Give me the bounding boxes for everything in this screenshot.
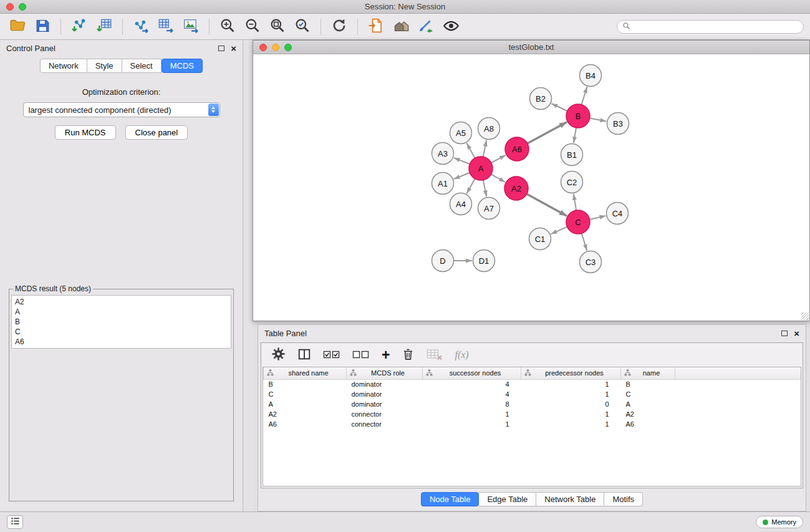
mcds-result-item-c[interactable]: C <box>15 327 228 337</box>
zoom-out-button[interactable] <box>241 16 264 37</box>
graph-edge-A-A5[interactable] <box>466 143 475 158</box>
mcds-result-item-b[interactable]: B <box>15 317 228 327</box>
graph-node-B3[interactable]: B3 <box>607 113 629 135</box>
select-all-rows-button[interactable] <box>323 346 340 364</box>
show-graphics-details-button[interactable] <box>440 16 462 37</box>
close-panel-button[interactable]: Close panel <box>125 125 188 140</box>
deselect-all-rows-button[interactable] <box>352 346 370 364</box>
close-panel-icon[interactable]: × <box>231 44 236 53</box>
graph-edge-C-C4[interactable] <box>590 216 606 220</box>
open-document-button[interactable] <box>365 16 387 37</box>
function-builder-button[interactable]: f(x) <box>455 346 468 364</box>
zoom-fit-button[interactable] <box>266 16 289 37</box>
graph-node-C3[interactable]: C3 <box>580 251 602 273</box>
graph-node-A4[interactable]: A4 <box>450 193 472 215</box>
graph-node-D[interactable]: D <box>432 250 454 272</box>
open-session-button[interactable] <box>6 16 29 37</box>
graph-node-A3[interactable]: A3 <box>432 143 454 165</box>
graph-edge-A-A8[interactable] <box>483 140 486 157</box>
control-tab-mcds[interactable]: MCDS <box>162 59 203 73</box>
node-table-row-a6[interactable]: A6connector11A6 <box>264 419 801 429</box>
graph-node-B4[interactable]: B4 <box>580 65 602 87</box>
memory-button[interactable]: Memory <box>756 516 803 528</box>
graph-node-A8[interactable]: A8 <box>478 118 500 140</box>
apply-style-button[interactable] <box>415 16 437 37</box>
criterion-select[interactable]: largest connected component (directed) <box>23 102 220 117</box>
float-table-panel-icon[interactable] <box>781 331 788 336</box>
export-network-button[interactable] <box>130 16 152 37</box>
graph-node-D1[interactable]: D1 <box>473 250 495 272</box>
column-header-successor-nodes[interactable]: successor nodes <box>423 367 521 379</box>
resize-corner[interactable] <box>801 312 809 320</box>
graph-edge-A2-C[interactable] <box>527 194 567 216</box>
graph-edge-B-B1[interactable] <box>574 128 576 143</box>
graph-edge-C-C3[interactable] <box>582 233 587 251</box>
mcds-result-item-a2[interactable]: A2 <box>15 297 228 307</box>
close-table-panel-icon[interactable]: × <box>794 329 799 338</box>
close-network-window-button[interactable] <box>259 44 267 51</box>
graph-edge-B-B2[interactable] <box>551 104 567 111</box>
graph-edge-A-A6[interactable] <box>491 155 506 163</box>
node-table-row-c[interactable]: Cdominator41C <box>264 389 801 399</box>
delete-table-button[interactable] <box>427 346 443 364</box>
minimize-network-window-button[interactable] <box>272 44 279 51</box>
import-table-file-button[interactable] <box>93 16 115 37</box>
export-table-button[interactable] <box>155 16 177 37</box>
graph-edge-A-A2[interactable] <box>491 174 506 182</box>
control-tab-select[interactable]: Select <box>122 59 162 73</box>
zoom-in-button[interactable] <box>216 16 239 37</box>
graph-node-B2[interactable]: B2 <box>530 88 552 110</box>
graph-edge-A6-B[interactable] <box>528 122 567 143</box>
graph-edge-C-C1[interactable] <box>551 227 567 235</box>
column-header-mcds-role[interactable]: MCDS role <box>347 367 423 379</box>
graph-edge-C-C2[interactable] <box>574 194 576 210</box>
graph-node-C2[interactable]: C2 <box>561 172 583 193</box>
save-session-button[interactable] <box>31 16 54 37</box>
graph-node-A[interactable]: A <box>469 157 493 180</box>
graph-node-B1[interactable]: B1 <box>561 144 583 166</box>
zoom-selected-button[interactable] <box>291 16 314 37</box>
graph-node-C[interactable]: C <box>566 210 590 234</box>
panel-splitter[interactable] <box>243 40 253 511</box>
zoom-window-button[interactable] <box>19 3 26 11</box>
table-tab-edge-table[interactable]: Edge Table <box>479 492 536 506</box>
close-window-button[interactable] <box>6 3 14 11</box>
network-canvas[interactable]: B4B2BB3A5A8A6B1A3AC2A1A2A4A7C4CC1C3DD1 <box>253 54 809 321</box>
mcds-result-item-a6[interactable]: A6 <box>15 337 228 347</box>
table-tab-network-table[interactable]: Network Table <box>536 492 604 506</box>
graph-edge-A-A3[interactable] <box>454 158 470 164</box>
search-input[interactable] <box>634 22 798 31</box>
graph-node-B[interactable]: B <box>566 104 590 128</box>
show-columns-button[interactable] <box>297 346 311 364</box>
task-history-button[interactable] <box>7 515 23 529</box>
graph-node-A1[interactable]: A1 <box>432 173 454 195</box>
control-tab-network[interactable]: Network <box>40 59 87 73</box>
mcds-result-item-a[interactable]: A <box>15 307 228 317</box>
table-tab-node-table[interactable]: Node Table <box>421 492 480 506</box>
graph-edge-B-B4[interactable] <box>582 87 587 105</box>
column-header-name[interactable]: name <box>621 367 675 379</box>
graph-node-A7[interactable]: A7 <box>478 198 500 220</box>
export-image-button[interactable] <box>180 16 202 37</box>
node-table-row-b[interactable]: Bdominator41B <box>264 379 801 389</box>
graph-edge-A-A7[interactable] <box>483 180 486 197</box>
graph-node-A2[interactable]: A2 <box>504 177 528 200</box>
table-tab-motifs[interactable]: Motifs <box>604 492 643 506</box>
import-network-file-button[interactable] <box>68 16 90 37</box>
graph-node-C1[interactable]: C1 <box>529 228 551 250</box>
table-settings-button[interactable] <box>271 346 286 364</box>
node-table-row-a2[interactable]: A2connector11A2 <box>264 409 801 419</box>
graph-edge-B-B3[interactable] <box>590 118 607 122</box>
refresh-view-button[interactable] <box>328 16 350 37</box>
add-row-button[interactable]: + <box>382 346 390 364</box>
control-tab-style[interactable]: Style <box>87 59 122 73</box>
column-header-shared-name[interactable]: shared name <box>264 367 347 379</box>
node-table-row-a[interactable]: Adominator80A <box>264 399 801 409</box>
run-mcds-button[interactable]: Run MCDS <box>55 125 116 140</box>
delete-rows-button[interactable] <box>402 346 415 364</box>
graph-node-C4[interactable]: C4 <box>607 203 629 225</box>
column-header-predecessor-nodes[interactable]: predecessor nodes <box>521 367 621 379</box>
home-button[interactable] <box>390 16 412 37</box>
mcds-result-list[interactable]: A2ABCA6 <box>11 295 231 349</box>
graph-edge-A-A1[interactable] <box>454 173 470 179</box>
